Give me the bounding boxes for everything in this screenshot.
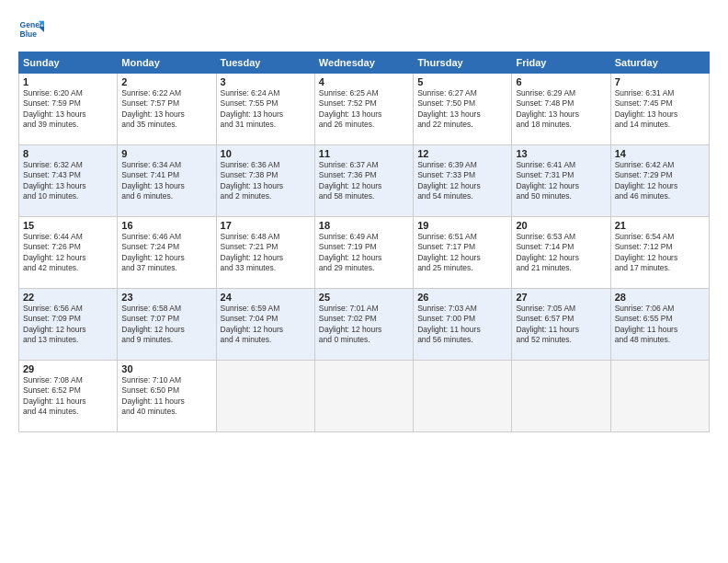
day-info: Sunrise: 6:36 AM Sunset: 7:38 PM Dayligh…: [221, 160, 311, 202]
col-wednesday: Wednesday: [314, 52, 413, 74]
day-number: 26: [417, 292, 507, 303]
day-number: 7: [615, 76, 705, 87]
day-info: Sunrise: 6:49 AM Sunset: 7:19 PM Dayligh…: [319, 232, 409, 274]
day-cell: [314, 361, 413, 432]
page: General Blue Sunday Monday Tuesday Wedne…: [0, 0, 728, 563]
day-info: Sunrise: 6:46 AM Sunset: 7:24 PM Dayligh…: [121, 232, 211, 274]
day-cell: 11Sunrise: 6:37 AM Sunset: 7:36 PM Dayli…: [314, 145, 413, 217]
day-info: Sunrise: 6:34 AM Sunset: 7:41 PM Dayligh…: [121, 160, 211, 202]
day-info: Sunrise: 7:08 AM Sunset: 6:52 PM Dayligh…: [23, 375, 113, 418]
day-cell: 12Sunrise: 6:39 AM Sunset: 7:33 PM Dayli…: [414, 145, 512, 217]
day-cell: 28Sunrise: 7:06 AM Sunset: 6:55 PM Dayli…: [610, 289, 709, 361]
day-number: 1: [23, 76, 113, 87]
col-sunday: Sunday: [19, 52, 118, 74]
day-cell: 9Sunrise: 6:34 AM Sunset: 7:41 PM Daylig…: [118, 145, 216, 217]
day-cell: 14Sunrise: 6:42 AM Sunset: 7:29 PM Dayli…: [610, 145, 709, 217]
col-friday: Friday: [512, 52, 610, 74]
col-thursday: Thursday: [414, 52, 512, 74]
day-number: 24: [221, 292, 311, 303]
day-cell: 18Sunrise: 6:49 AM Sunset: 7:19 PM Dayli…: [314, 217, 413, 289]
day-number: 29: [23, 363, 113, 374]
day-number: 4: [319, 76, 409, 87]
day-info: Sunrise: 7:03 AM Sunset: 7:00 PM Dayligh…: [417, 304, 507, 346]
day-cell: 15Sunrise: 6:44 AM Sunset: 7:26 PM Dayli…: [19, 217, 118, 289]
header-row: Sunday Monday Tuesday Wednesday Thursday…: [19, 52, 710, 74]
day-cell: 10Sunrise: 6:36 AM Sunset: 7:38 PM Dayli…: [216, 145, 314, 217]
day-cell: 26Sunrise: 7:03 AM Sunset: 7:00 PM Dayli…: [414, 289, 512, 361]
col-tuesday: Tuesday: [216, 52, 314, 74]
day-info: Sunrise: 6:54 AM Sunset: 7:12 PM Dayligh…: [615, 232, 705, 274]
day-info: Sunrise: 6:25 AM Sunset: 7:52 PM Dayligh…: [319, 88, 409, 131]
svg-text:Blue: Blue: [20, 29, 38, 39]
day-cell: 19Sunrise: 6:51 AM Sunset: 7:17 PM Dayli…: [414, 217, 512, 289]
day-cell: 3Sunrise: 6:24 AM Sunset: 7:55 PM Daylig…: [216, 74, 314, 145]
header: General Blue: [18, 17, 710, 42]
day-number: 15: [23, 220, 113, 231]
day-cell: 13Sunrise: 6:41 AM Sunset: 7:31 PM Dayli…: [512, 145, 610, 217]
day-info: Sunrise: 6:44 AM Sunset: 7:26 PM Dayligh…: [23, 232, 113, 274]
day-info: Sunrise: 6:42 AM Sunset: 7:29 PM Dayligh…: [615, 160, 705, 202]
week-row-1: 1Sunrise: 6:20 AM Sunset: 7:59 PM Daylig…: [19, 74, 710, 145]
col-monday: Monday: [118, 52, 216, 74]
day-cell: 16Sunrise: 6:46 AM Sunset: 7:24 PM Dayli…: [118, 217, 216, 289]
day-cell: 1Sunrise: 6:20 AM Sunset: 7:59 PM Daylig…: [19, 74, 118, 145]
day-info: Sunrise: 6:51 AM Sunset: 7:17 PM Dayligh…: [417, 232, 507, 274]
day-number: 10: [221, 148, 311, 159]
day-number: 14: [615, 148, 705, 159]
day-cell: 27Sunrise: 7:05 AM Sunset: 6:57 PM Dayli…: [512, 289, 610, 361]
day-number: 3: [221, 76, 311, 87]
week-row-5: 29Sunrise: 7:08 AM Sunset: 6:52 PM Dayli…: [19, 361, 710, 432]
day-cell: [414, 361, 512, 432]
day-number: 18: [319, 220, 409, 231]
day-cell: 20Sunrise: 6:53 AM Sunset: 7:14 PM Dayli…: [512, 217, 610, 289]
day-cell: [610, 361, 709, 432]
day-info: Sunrise: 6:39 AM Sunset: 7:33 PM Dayligh…: [417, 160, 507, 202]
day-number: 9: [121, 148, 211, 159]
day-number: 17: [221, 220, 311, 231]
day-cell: [216, 361, 314, 432]
day-number: 30: [121, 363, 211, 374]
day-info: Sunrise: 6:53 AM Sunset: 7:14 PM Dayligh…: [516, 232, 606, 274]
day-number: 8: [23, 148, 113, 159]
logo: General Blue: [18, 17, 44, 42]
day-info: Sunrise: 6:41 AM Sunset: 7:31 PM Dayligh…: [516, 160, 606, 202]
day-cell: 5Sunrise: 6:27 AM Sunset: 7:50 PM Daylig…: [414, 74, 512, 145]
day-number: 11: [319, 148, 409, 159]
day-cell: 30Sunrise: 7:10 AM Sunset: 6:50 PM Dayli…: [118, 361, 216, 432]
col-saturday: Saturday: [610, 52, 709, 74]
day-info: Sunrise: 6:24 AM Sunset: 7:55 PM Dayligh…: [221, 88, 311, 131]
week-row-4: 22Sunrise: 6:56 AM Sunset: 7:09 PM Dayli…: [19, 289, 710, 361]
day-cell: 8Sunrise: 6:32 AM Sunset: 7:43 PM Daylig…: [19, 145, 118, 217]
day-info: Sunrise: 7:10 AM Sunset: 6:50 PM Dayligh…: [121, 375, 211, 418]
day-cell: 6Sunrise: 6:29 AM Sunset: 7:48 PM Daylig…: [512, 74, 610, 145]
day-cell: 4Sunrise: 6:25 AM Sunset: 7:52 PM Daylig…: [314, 74, 413, 145]
day-number: 2: [121, 76, 211, 87]
day-number: 25: [319, 292, 409, 303]
logo-icon: General Blue: [18, 17, 44, 42]
day-info: Sunrise: 6:58 AM Sunset: 7:07 PM Dayligh…: [121, 304, 211, 346]
day-number: 6: [516, 76, 606, 87]
day-info: Sunrise: 6:20 AM Sunset: 7:59 PM Dayligh…: [23, 88, 113, 131]
day-cell: 25Sunrise: 7:01 AM Sunset: 7:02 PM Dayli…: [314, 289, 413, 361]
day-number: 27: [516, 292, 606, 303]
day-info: Sunrise: 6:22 AM Sunset: 7:57 PM Dayligh…: [121, 88, 211, 131]
day-number: 16: [121, 220, 211, 231]
day-info: Sunrise: 6:48 AM Sunset: 7:21 PM Dayligh…: [221, 232, 311, 274]
day-number: 28: [615, 292, 705, 303]
day-info: Sunrise: 7:05 AM Sunset: 6:57 PM Dayligh…: [516, 304, 606, 346]
day-info: Sunrise: 6:27 AM Sunset: 7:50 PM Dayligh…: [417, 88, 507, 131]
day-info: Sunrise: 6:59 AM Sunset: 7:04 PM Dayligh…: [221, 304, 311, 346]
day-number: 21: [615, 220, 705, 231]
week-row-2: 8Sunrise: 6:32 AM Sunset: 7:43 PM Daylig…: [19, 145, 710, 217]
day-cell: 22Sunrise: 6:56 AM Sunset: 7:09 PM Dayli…: [19, 289, 118, 361]
calendar-table: Sunday Monday Tuesday Wednesday Thursday…: [18, 52, 710, 432]
day-info: Sunrise: 7:06 AM Sunset: 6:55 PM Dayligh…: [615, 304, 705, 346]
day-cell: 24Sunrise: 6:59 AM Sunset: 7:04 PM Dayli…: [216, 289, 314, 361]
day-info: Sunrise: 6:32 AM Sunset: 7:43 PM Dayligh…: [23, 160, 113, 202]
day-number: 22: [23, 292, 113, 303]
day-cell: [512, 361, 610, 432]
day-info: Sunrise: 7:01 AM Sunset: 7:02 PM Dayligh…: [319, 304, 409, 346]
day-number: 5: [417, 76, 507, 87]
day-number: 13: [516, 148, 606, 159]
day-cell: 17Sunrise: 6:48 AM Sunset: 7:21 PM Dayli…: [216, 217, 314, 289]
